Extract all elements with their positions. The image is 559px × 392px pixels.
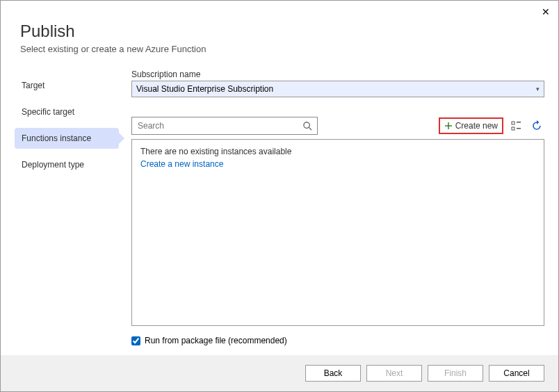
- wizard-steps: Target Specific target Functions instanc…: [15, 70, 119, 355]
- svg-rect-7: [517, 128, 521, 129]
- svg-rect-5: [517, 122, 521, 123]
- search-input[interactable]: [138, 121, 302, 131]
- refresh-icon: [531, 120, 542, 131]
- create-new-button[interactable]: Create new: [439, 117, 503, 134]
- instances-list[interactable]: There are no existing instances availabl…: [131, 139, 544, 326]
- svg-rect-4: [512, 122, 515, 124]
- back-button[interactable]: Back: [305, 365, 361, 382]
- svg-line-1: [309, 127, 311, 130]
- create-new-label: Create new: [455, 121, 498, 131]
- subscription-value: Visual Studio Enterprise Subscription: [136, 84, 273, 94]
- dialog-header: Publish Select existing or create a new …: [1, 1, 558, 63]
- run-from-package-checkbox[interactable]: [131, 336, 140, 345]
- page-subtitle: Select existing or create a new Azure Fu…: [20, 44, 539, 54]
- subscription-label: Subscription name: [131, 70, 544, 79]
- empty-message: There are no existing instances availabl…: [140, 147, 535, 156]
- step-target[interactable]: Target: [15, 75, 119, 96]
- search-icon: [302, 121, 313, 131]
- finish-button[interactable]: Finish: [428, 365, 483, 382]
- run-from-package-label: Run from package file (recommended): [145, 336, 287, 345]
- cancel-button[interactable]: Cancel: [489, 365, 544, 382]
- page-title: Publish: [20, 22, 539, 41]
- list-tree-icon: [511, 121, 521, 131]
- refresh-button[interactable]: [529, 118, 544, 133]
- svg-point-0: [304, 122, 309, 127]
- dialog-footer: Back Next Finish Cancel: [1, 355, 558, 391]
- next-button[interactable]: Next: [366, 365, 422, 382]
- create-instance-link[interactable]: Create a new instance: [140, 159, 223, 169]
- chevron-down-icon: ▾: [536, 85, 540, 92]
- run-from-package-row[interactable]: Run from package file (recommended): [131, 326, 544, 355]
- step-deployment-type[interactable]: Deployment type: [15, 154, 119, 175]
- plus-icon: [444, 122, 453, 130]
- svg-rect-6: [512, 127, 515, 130]
- subscription-dropdown[interactable]: Visual Studio Enterprise Subscription ▾: [131, 81, 544, 97]
- search-input-wrapper[interactable]: [131, 117, 318, 135]
- step-functions-instance[interactable]: Functions instance: [15, 128, 119, 149]
- close-icon[interactable]: ✕: [542, 6, 550, 17]
- step-specific-target[interactable]: Specific target: [15, 101, 119, 122]
- view-options-button[interactable]: [509, 119, 524, 133]
